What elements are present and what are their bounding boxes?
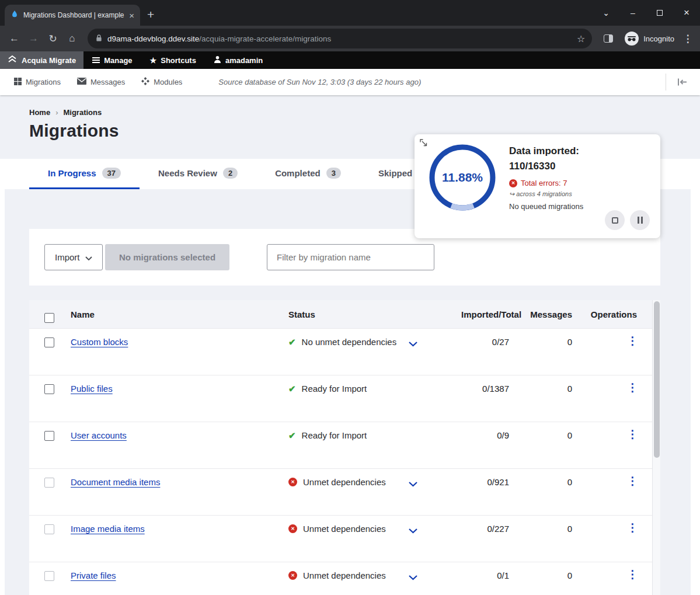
col-imported-total: Imported/Total — [461, 309, 509, 319]
table-row: Image media items ✕ Unmet dependencies 0… — [29, 515, 660, 562]
tab-count-badge: 3 — [326, 168, 341, 179]
status-text: Unmet dependencies — [303, 477, 386, 487]
tab-label: In Progress — [48, 168, 96, 178]
username-label: amadamin — [225, 56, 263, 65]
migrations-grid-icon — [14, 78, 22, 87]
error-icon: ✕ — [509, 179, 517, 187]
left-gutter — [0, 189, 5, 595]
import-chevron-icon — [85, 252, 92, 262]
incognito-label: Incognito — [643, 34, 674, 43]
lock-icon — [96, 33, 102, 44]
select-all-checkbox[interactable] — [44, 313, 54, 323]
row-checkbox — [44, 571, 54, 581]
row-checkbox[interactable] — [44, 431, 54, 441]
row-operations-kebab-icon[interactable]: ⋮ — [627, 475, 638, 487]
tab-close-icon[interactable]: × — [129, 11, 134, 20]
side-panel-icon[interactable] — [604, 34, 613, 43]
scrollbar-thumb[interactable] — [654, 301, 660, 458]
table-row: User accounts ✔ Ready for Import 0/9 0 ⋮ — [29, 422, 660, 468]
new-tab-icon[interactable]: + — [147, 8, 154, 20]
status-text: No unmet dependencies — [302, 337, 397, 347]
table-row: Private files ✕ Unmet dependencies 0/1 0… — [29, 562, 660, 595]
stop-button[interactable] — [605, 210, 625, 230]
admin-item-user[interactable]: amadamin — [205, 51, 271, 69]
migration-link[interactable]: Document media items — [71, 477, 160, 487]
window-chevron-down-icon[interactable]: ⌄ — [593, 0, 619, 26]
migrations-label: Migrations — [26, 78, 61, 86]
messages-count: 0 — [509, 329, 572, 347]
migration-link[interactable]: Public files — [71, 384, 113, 394]
status-text: Unmet dependencies — [303, 570, 386, 580]
messages-count: 0 — [509, 469, 572, 487]
migration-link[interactable]: Image media items — [71, 524, 145, 534]
toolbar-item-modules[interactable]: Modules — [133, 77, 190, 87]
url-path: /acquia-migrate-accelerate/migrations — [199, 34, 572, 43]
filter-input[interactable] — [267, 244, 434, 270]
toolbar-item-messages[interactable]: Messages — [69, 78, 133, 86]
url-bar[interactable]: d9ama-ddevblog.ddev.site /acquia-migrate… — [88, 29, 592, 48]
row-operations-kebab-icon[interactable]: ⋮ — [627, 381, 638, 394]
tab-count-badge: 37 — [102, 168, 121, 179]
imported-total-value: 0/1 — [461, 562, 509, 580]
tab-in-progress[interactable]: In Progress 37 — [29, 159, 140, 189]
page-content: Home › Migrations Migrations In Progress… — [0, 95, 700, 595]
status-text: Ready for Import — [302, 430, 367, 440]
row-operations-kebab-icon[interactable]: ⋮ — [627, 521, 638, 534]
breadcrumb-home-link[interactable]: Home — [29, 108, 50, 117]
migration-link[interactable]: Custom blocks — [71, 337, 128, 347]
stop-icon — [612, 217, 618, 224]
row-operations-kebab-icon[interactable]: ⋮ — [627, 428, 638, 440]
table-scrollbar[interactable] — [652, 300, 660, 595]
row-checkbox — [44, 524, 54, 534]
total-errors-link[interactable]: ✕ Total errors: 7 — [509, 179, 653, 187]
total-errors-label: Total errors: 7 — [521, 179, 567, 187]
row-checkbox[interactable] — [44, 384, 54, 394]
expand-chevron-icon[interactable] — [409, 572, 417, 582]
imported-total-value: 0/921 — [461, 469, 509, 487]
window-maximize-icon[interactable] — [646, 0, 673, 26]
home-icon[interactable]: ⌂ — [62, 33, 82, 44]
imported-total-value: 0/227 — [461, 516, 509, 534]
breadcrumb: Home › Migrations — [29, 108, 102, 117]
migration-link[interactable]: User accounts — [71, 430, 127, 440]
shortcuts-star-icon: ★ — [150, 56, 157, 65]
tab-label: Skipped — [378, 168, 412, 178]
toolbar-collapse-icon[interactable] — [677, 78, 687, 89]
tab-needs-review[interactable]: Needs Review 2 — [140, 159, 256, 189]
tab-completed[interactable]: Completed 3 — [256, 159, 360, 189]
check-icon: ✔ — [288, 430, 296, 441]
page-title: Migrations — [29, 121, 119, 141]
window-minimize-icon[interactable]: – — [619, 0, 646, 26]
expand-chevron-icon[interactable] — [409, 479, 417, 489]
admin-item-shortcuts[interactable]: ★ Shortcuts — [141, 51, 205, 69]
incognito-badge: Incognito — [625, 32, 674, 46]
user-icon — [214, 55, 221, 65]
expand-chevron-icon[interactable] — [409, 339, 417, 349]
refresh-icon[interactable]: ↻ — [43, 33, 62, 45]
browser-tab[interactable]: Migrations Dashboard | example × — [5, 5, 140, 26]
tab-label: Completed — [275, 168, 321, 178]
imported-total-value: 0/27 — [461, 329, 509, 347]
error-icon: ✕ — [288, 524, 297, 533]
pause-button[interactable] — [630, 210, 650, 230]
toolbar-item-migrations[interactable]: Migrations — [6, 78, 69, 87]
expand-chevron-icon[interactable] — [409, 526, 417, 535]
row-operations-kebab-icon[interactable]: ⋮ — [627, 568, 638, 580]
no-migrations-selected-button: No migrations selected — [105, 244, 229, 270]
row-operations-kebab-icon[interactable]: ⋮ — [627, 335, 638, 347]
back-icon[interactable]: ← — [5, 33, 24, 44]
messages-count: 0 — [509, 562, 572, 580]
browser-navbar: ← → ↻ ⌂ d9ama-ddevblog.ddev.site /acquia… — [0, 26, 700, 51]
brand-label: Acquia Migrate — [22, 56, 76, 65]
migration-link[interactable]: Private files — [71, 570, 116, 580]
incognito-icon — [625, 32, 639, 46]
admin-item-manage[interactable]: Manage — [83, 51, 141, 69]
import-button[interactable]: Import — [44, 244, 103, 270]
data-imported-value: 110/16330 — [509, 159, 653, 174]
window-close-icon[interactable]: × — [673, 0, 700, 26]
forward-icon[interactable]: → — [24, 33, 43, 44]
browser-menu-kebab-icon[interactable]: ⋮ — [680, 33, 695, 45]
row-checkbox[interactable] — [44, 337, 54, 347]
acquia-migrate-brand[interactable]: Acquia Migrate — [0, 51, 83, 69]
bookmark-star-icon[interactable]: ☆ — [577, 33, 585, 44]
